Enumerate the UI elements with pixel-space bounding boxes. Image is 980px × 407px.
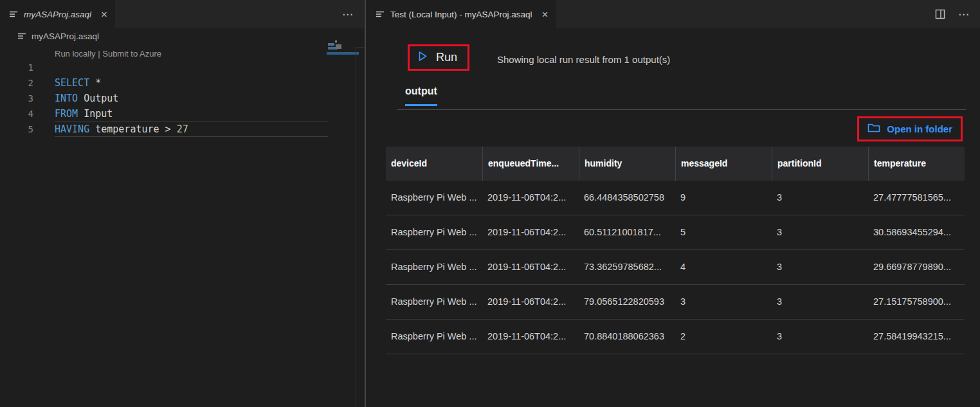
code-area: 1 2 SELECT * 3 INTO Output 4 FROM Input … [0, 60, 364, 137]
tab-test-local-input[interactable]: Test (Local Input) - myASAProj.asaql × [367, 0, 556, 28]
right-tab-bar: Test (Local Input) - myASAProj.asaql × ⋯ [367, 0, 980, 28]
tab-title: myASAProj.asaql [24, 10, 91, 19]
cell-humidity: 73.36259785682... [579, 250, 675, 284]
vscode-workbench: myASAProj.asaql × ⋯ myASAProj.asaql Run … [0, 0, 980, 407]
cell-deviceid: Raspberry Pi Web ... [386, 320, 482, 354]
column-header-enqueuedtime[interactable]: enqueuedTime... [482, 147, 579, 181]
cell-temperature: 27.58419943215... [868, 320, 965, 354]
asaql-file-icon [9, 10, 18, 19]
play-icon [418, 51, 428, 64]
tab-output[interactable]: output [405, 86, 437, 106]
asaql-file-icon [17, 32, 26, 41]
more-actions-icon[interactable]: ⋯ [342, 8, 354, 21]
run-button-label: Run [436, 51, 457, 64]
minimap[interactable] [327, 40, 359, 58]
breadcrumb[interactable]: myASAProj.asaql [0, 28, 364, 44]
open-in-folder-button[interactable]: Open in folder [857, 116, 963, 141]
editor-right-rule [356, 47, 356, 407]
table-row: Raspberry Pi Web ... 2019-11-06T04:2... … [386, 215, 965, 250]
cell-deviceid: Raspberry Pi Web ... [386, 215, 482, 249]
code-text: Output [78, 93, 118, 104]
close-icon[interactable]: × [542, 9, 549, 20]
tab-bar-spacer [115, 0, 342, 28]
code-text: temperature > [89, 123, 176, 135]
cell-partitionid: 3 [772, 285, 868, 319]
line-number: 3 [0, 91, 33, 106]
test-file-icon [376, 10, 385, 19]
cell-enqueuedtime: 2019-11-06T04:2... [482, 215, 579, 249]
line-number: 5 [0, 122, 33, 137]
line-number: 4 [0, 106, 33, 122]
cell-deviceid: Raspberry Pi Web ... [386, 285, 482, 319]
column-header-messageid[interactable]: messageId [675, 147, 772, 181]
close-icon[interactable]: × [101, 9, 107, 20]
column-header-deviceid[interactable]: deviceId [386, 147, 482, 181]
code-line-3[interactable]: 3 INTO Output [0, 91, 364, 106]
code-keyword: FROM [55, 108, 78, 120]
cell-humidity: 60.51121001817... [579, 215, 675, 249]
code-keyword: INTO [55, 93, 78, 104]
cell-partitionid: 3 [772, 320, 868, 354]
run-locally-link[interactable]: Run locally [55, 49, 96, 59]
tab-myasaproj[interactable]: myASAProj.asaql × [0, 0, 115, 28]
editor-top-rule [356, 47, 364, 48]
cell-temperature: 30.58693455294... [868, 215, 965, 249]
more-actions-icon[interactable]: ⋯ [958, 8, 970, 21]
code-line-2[interactable]: 2 SELECT * [0, 75, 364, 91]
codelens: Run locally | Submit to Azure [55, 49, 364, 59]
code-line-4[interactable]: 4 FROM Input [0, 106, 364, 122]
cell-temperature: 27.47777581565... [868, 181, 965, 215]
submit-to-azure-link[interactable]: Submit to Azure [102, 49, 161, 59]
tab-title: Test (Local Input) - myASAProj.asaql [390, 10, 532, 19]
code-number: 27 [177, 123, 188, 135]
cell-messageid: 3 [675, 285, 772, 319]
table-row: Raspberry Pi Web ... 2019-11-06T04:2... … [386, 181, 965, 215]
cell-enqueuedtime: 2019-11-06T04:2... [482, 285, 579, 319]
line-number: 1 [0, 60, 33, 75]
cell-temperature: 29.66978779890... [868, 250, 965, 284]
code-keyword: HAVING [55, 123, 89, 135]
breadcrumb-file-name: myASAProj.asaql [32, 32, 99, 41]
cell-humidity: 79.0565122820593 [579, 285, 675, 319]
query-editor: myASAProj.asaql Run locally | Submit to … [0, 28, 364, 407]
table-row: Raspberry Pi Web ... 2019-11-06T04:2... … [386, 320, 965, 354]
cell-messageid: 2 [675, 320, 772, 354]
line-number: 2 [0, 75, 33, 91]
codelens-separator: | [98, 49, 100, 59]
split-editor-icon[interactable] [935, 9, 945, 19]
tab-bar-spacer [556, 0, 935, 28]
cell-humidity: 66.4484358502758 [579, 181, 675, 215]
table-row: Raspberry Pi Web ... 2019-11-06T04:2... … [386, 285, 965, 320]
run-button[interactable]: Run [408, 44, 469, 71]
code-keyword: SELECT [55, 77, 89, 89]
cell-deviceid: Raspberry Pi Web ... [386, 250, 482, 284]
cell-messageid: 5 [675, 215, 772, 249]
output-tabs-rule [397, 109, 966, 110]
cell-partitionid: 3 [772, 215, 868, 249]
test-result-panel: Run Showing local run result from 1 outp… [367, 28, 980, 407]
cell-enqueuedtime: 2019-11-06T04:2... [482, 320, 579, 354]
column-header-temperature[interactable]: temperature [868, 147, 965, 181]
cell-messageid: 9 [675, 181, 772, 215]
code-text: Input [78, 108, 113, 120]
cell-enqueuedtime: 2019-11-06T04:2... [482, 250, 579, 284]
column-header-partitionid[interactable]: partitionId [772, 147, 868, 181]
table-header-row: deviceId enqueuedTime... humidity messag… [386, 147, 965, 181]
results-table: deviceId enqueuedTime... humidity messag… [386, 147, 965, 354]
run-result-status: Showing local run result from 1 output(s… [497, 54, 670, 65]
cell-humidity: 70.8840188062363 [579, 320, 675, 354]
table-row: Raspberry Pi Web ... 2019-11-06T04:2... … [386, 250, 965, 285]
cell-partitionid: 3 [772, 250, 868, 284]
code-line-5[interactable]: 5 HAVING temperature > 27 [0, 122, 364, 137]
open-in-folder-label: Open in folder [887, 123, 952, 134]
column-header-humidity[interactable]: humidity [579, 147, 675, 181]
cell-partitionid: 3 [772, 181, 868, 215]
cell-deviceid: Raspberry Pi Web ... [386, 181, 482, 215]
left-tab-bar: myASAProj.asaql × ⋯ [0, 0, 364, 28]
cell-enqueuedtime: 2019-11-06T04:2... [482, 181, 579, 215]
cell-messageid: 4 [675, 250, 772, 284]
cell-temperature: 27.15175758900... [868, 285, 965, 319]
folder-icon [867, 122, 880, 136]
code-line-1[interactable]: 1 [0, 60, 364, 75]
code-text: * [89, 77, 101, 89]
